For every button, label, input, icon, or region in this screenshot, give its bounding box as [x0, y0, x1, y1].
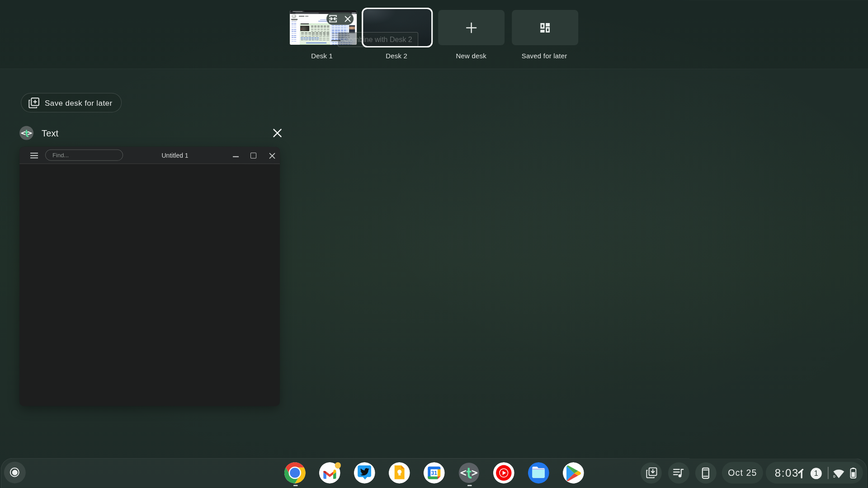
svg-text:D: D — [833, 475, 835, 478]
svg-text:31: 31 — [431, 470, 437, 476]
